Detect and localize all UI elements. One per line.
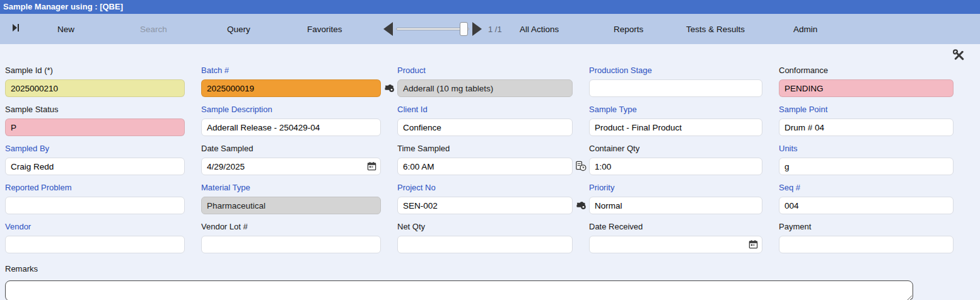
field-time-sampled: Time Sampled — [397, 144, 573, 175]
container-qty-label: Container Qty — [589, 144, 762, 155]
sample-type-label-link[interactable]: Sample Type — [589, 105, 762, 116]
field-sample-type: Sample Type — [589, 105, 762, 136]
collapse-pin-icon[interactable] — [12, 23, 20, 35]
project-no-input[interactable] — [397, 197, 573, 214]
vendor-lot-label: Vendor Lot # — [201, 222, 381, 233]
units-input[interactable] — [779, 158, 954, 175]
field-sample-status: Sample Status — [5, 105, 185, 136]
time-sampled-input[interactable] — [397, 158, 573, 175]
menu-query[interactable]: Query — [227, 25, 250, 34]
vendor-label-link[interactable]: Vendor — [5, 222, 185, 233]
production-stage-label-link[interactable]: Production Stage — [589, 66, 762, 77]
date-received-label: Date Received — [589, 222, 762, 233]
net-qty-input[interactable] — [397, 236, 573, 253]
date-received-calendar-icon[interactable] — [749, 239, 758, 249]
menu-favorites[interactable]: Favorites — [307, 25, 342, 34]
priority-label-link[interactable]: Priority — [589, 183, 762, 194]
record-slider-track[interactable] — [396, 28, 469, 30]
record-navigation-slider[interactable] — [383, 21, 482, 37]
field-seq-number: Seq # — [779, 183, 954, 214]
field-material-type: Material Type — [201, 183, 381, 214]
field-net-qty: Net Qty — [397, 222, 573, 253]
project-no-label-link[interactable]: Project No — [397, 183, 573, 194]
window-title-bar: Sample Manager using : [QBE] — [0, 0, 980, 14]
main-toolbar: New Search Query Favorites 1 /1 All Acti… — [0, 14, 980, 44]
field-product: Product — [397, 66, 573, 97]
sample-id-label: Sample Id (*) — [5, 66, 185, 77]
date-sampled-calendar-icon[interactable] — [367, 161, 376, 171]
conformance-label: Conformance — [779, 66, 954, 77]
next-record-arrow-icon[interactable] — [472, 22, 482, 36]
time-sampled-clock-icon[interactable] — [576, 161, 586, 171]
sample-point-input[interactable] — [779, 118, 954, 136]
sample-point-label-link[interactable]: Sample Point — [779, 105, 954, 116]
production-stage-input[interactable] — [589, 79, 762, 97]
material-type-input — [201, 197, 381, 214]
menu-all-actions[interactable]: All Actions — [520, 25, 559, 34]
container-qty-input[interactable] — [589, 158, 762, 175]
sample-form-area: Sample Id (*) Batch # Product Production… — [0, 44, 980, 300]
vendor-input[interactable] — [5, 236, 185, 253]
remarks-label: Remarks — [5, 264, 913, 275]
material-type-label-link[interactable]: Material Type — [201, 183, 381, 194]
net-qty-label: Net Qty — [397, 222, 573, 233]
sample-id-input[interactable] — [5, 79, 185, 97]
field-date-received: Date Received — [589, 222, 762, 253]
payment-label: Payment — [779, 222, 954, 233]
menu-tests-results[interactable]: Tests & Results — [686, 25, 745, 34]
record-counter: 1 /1 — [488, 25, 502, 34]
field-container-qty: Container Qty — [589, 144, 762, 175]
remarks-textarea[interactable] — [5, 280, 913, 300]
field-reported-problem: Reported Problem — [5, 183, 185, 214]
batch-number-label-link[interactable]: Batch # — [201, 66, 381, 77]
field-sample-point: Sample Point — [779, 105, 954, 136]
reported-problem-input[interactable] — [5, 197, 185, 214]
field-remarks: Remarks — [5, 264, 913, 300]
menu-new[interactable]: New — [57, 25, 74, 34]
seq-number-input[interactable] — [779, 197, 954, 214]
time-sampled-label: Time Sampled — [397, 144, 573, 155]
field-priority: Priority — [589, 183, 762, 214]
sample-description-label-link[interactable]: Sample Description — [201, 105, 381, 116]
sample-type-input[interactable] — [589, 118, 762, 136]
field-sample-description: Sample Description — [201, 105, 381, 136]
client-id-label-link[interactable]: Client Id — [397, 105, 573, 116]
field-project-no: Project No — [397, 183, 573, 214]
form-grid: Sample Id (*) Batch # Product Production… — [5, 66, 954, 253]
payment-input[interactable] — [779, 236, 954, 253]
field-vendor-lot: Vendor Lot # — [201, 222, 381, 253]
sample-description-input[interactable] — [201, 118, 381, 136]
field-units: Units — [779, 144, 954, 175]
sample-status-input — [5, 118, 185, 136]
menu-admin[interactable]: Admin — [793, 25, 817, 34]
tools-icon[interactable] — [953, 49, 965, 64]
window-title: Sample Manager using : [QBE] — [3, 2, 123, 11]
units-label-link[interactable]: Units — [779, 144, 954, 155]
prev-record-arrow-icon[interactable] — [383, 22, 393, 36]
field-client-id: Client Id — [397, 105, 573, 136]
menu-reports[interactable]: Reports — [614, 25, 643, 34]
batch-number-input[interactable] — [201, 79, 381, 97]
vendor-lot-input[interactable] — [201, 236, 381, 253]
field-payment: Payment — [779, 222, 954, 253]
date-received-input[interactable] — [589, 236, 762, 253]
product-label-link[interactable]: Product — [397, 66, 573, 77]
client-id-input[interactable] — [397, 118, 573, 136]
field-conformance: Conformance — [779, 66, 954, 97]
batch-browse-icon[interactable] — [384, 83, 395, 93]
seq-number-label-link[interactable]: Seq # — [779, 183, 954, 194]
sample-status-label: Sample Status — [5, 105, 185, 116]
priority-input[interactable] — [589, 197, 762, 214]
date-sampled-input[interactable] — [201, 158, 381, 175]
field-sampled-by: Sampled By — [5, 144, 185, 175]
record-slider-thumb[interactable] — [460, 22, 468, 36]
field-date-sampled: Date Sampled — [201, 144, 381, 175]
project-browse-icon[interactable] — [576, 200, 586, 211]
conformance-input — [779, 79, 954, 97]
reported-problem-label-link[interactable]: Reported Problem — [5, 183, 185, 194]
menu-search[interactable]: Search — [140, 25, 167, 34]
sampled-by-label-link[interactable]: Sampled By — [5, 144, 185, 155]
field-batch-number: Batch # — [201, 66, 381, 97]
sampled-by-input[interactable] — [5, 158, 185, 175]
date-sampled-label: Date Sampled — [201, 144, 381, 155]
